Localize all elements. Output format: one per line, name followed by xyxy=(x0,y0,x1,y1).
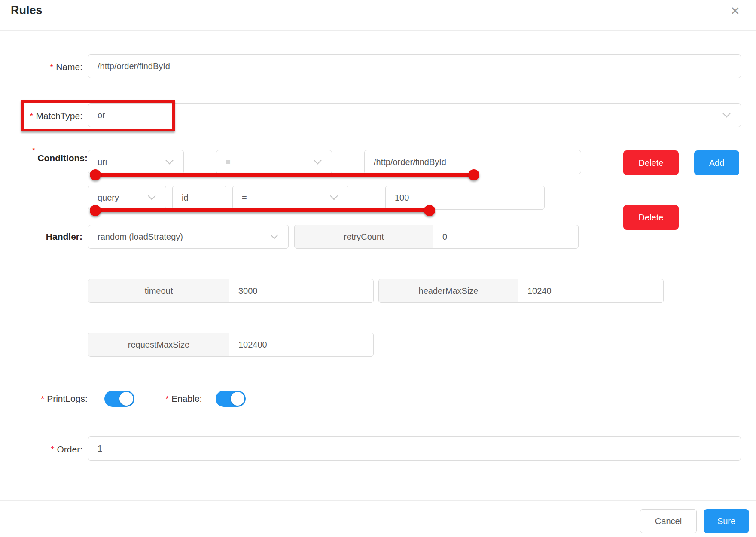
annotation-dot xyxy=(468,169,479,180)
condition2-operator-select[interactable]: = xyxy=(232,186,348,210)
condition2-type-value: query xyxy=(88,193,119,203)
annotation-line-condition1 xyxy=(95,173,474,177)
condition2-key-input[interactable]: id xyxy=(172,186,226,210)
requestmaxsize-tag: requestMaxSize xyxy=(88,333,229,356)
condition2-type-select[interactable]: query xyxy=(88,186,166,210)
enable-toggle[interactable] xyxy=(216,391,246,407)
toggle-knob xyxy=(231,392,244,406)
condition2-value-input[interactable]: 100 xyxy=(385,186,545,210)
conditions-label-text: Conditions: xyxy=(37,153,88,163)
order-input-value: 1 xyxy=(88,444,102,454)
chevron-down-icon xyxy=(165,156,173,164)
condition2-operator-value: = xyxy=(233,193,247,203)
footer-divider xyxy=(0,500,756,501)
condition1-operator-value: = xyxy=(216,157,231,167)
headermaxsize-input[interactable]: 10240 xyxy=(518,279,663,302)
timeout-tag: timeout xyxy=(88,279,229,302)
enable-label: * Enable: xyxy=(165,394,202,404)
annotation-dot xyxy=(90,169,101,180)
condition1-type-value: uri xyxy=(88,157,107,167)
handler-label-text: Handler: xyxy=(46,232,82,242)
handler-label: Handler: xyxy=(0,225,82,249)
order-label-text: Order: xyxy=(57,444,82,455)
enable-label-text: Enable: xyxy=(171,394,202,404)
name-input[interactable]: /http/order/findById xyxy=(88,54,741,78)
condition2-key-value: id xyxy=(173,193,189,203)
conditions-label: * Conditions: xyxy=(0,146,88,170)
timeout-field: timeout 3000 xyxy=(88,279,374,303)
retrycount-field: retryCount 0 xyxy=(294,225,579,249)
printlogs-label: * PrintLogs: xyxy=(41,394,88,404)
condition2-delete-button[interactable]: Delete xyxy=(623,205,679,230)
name-label-text: Name: xyxy=(56,62,82,72)
annotation-dot xyxy=(90,205,101,216)
condition2-value: 100 xyxy=(386,193,409,203)
headermaxsize-field: headerMaxSize 10240 xyxy=(378,279,664,303)
chevron-down-icon xyxy=(330,192,338,200)
printlogs-label-text: PrintLogs: xyxy=(47,394,88,404)
name-label: * Name: xyxy=(0,55,82,79)
retrycount-input[interactable]: 0 xyxy=(433,225,578,248)
required-asterisk: * xyxy=(50,62,53,72)
chevron-down-icon xyxy=(148,192,155,200)
condition1-delete-button[interactable]: Delete xyxy=(623,150,679,175)
handler-strategy-value: random (loadStrategy) xyxy=(88,232,183,242)
header-divider xyxy=(0,30,756,31)
required-asterisk: * xyxy=(51,444,54,455)
handler-strategy-select[interactable]: random (loadStrategy) xyxy=(88,225,289,249)
matchtype-select[interactable]: or xyxy=(88,103,741,127)
required-asterisk: * xyxy=(32,147,35,155)
annotation-dot xyxy=(424,205,435,216)
required-asterisk: * xyxy=(41,394,44,404)
annotation-rect-matchtype xyxy=(21,100,175,131)
printlogs-toggle[interactable] xyxy=(104,391,134,407)
headermaxsize-tag: headerMaxSize xyxy=(379,279,518,302)
chevron-down-icon xyxy=(722,110,730,117)
order-label: * Order: xyxy=(0,437,82,461)
cancel-button[interactable]: Cancel xyxy=(640,509,697,533)
timeout-input[interactable]: 3000 xyxy=(229,279,373,302)
requestmaxsize-field: requestMaxSize 102400 xyxy=(88,333,374,357)
rules-dialog: Rules ✕ * Name: /http/order/findById * M… xyxy=(0,0,756,537)
condition1-type-select[interactable]: uri xyxy=(88,150,184,174)
required-asterisk: * xyxy=(165,394,169,404)
chevron-down-icon xyxy=(270,231,278,239)
close-icon[interactable]: ✕ xyxy=(730,4,740,18)
condition1-operator-select[interactable]: = xyxy=(216,150,332,174)
toggle-knob xyxy=(119,392,133,406)
name-input-value: /http/order/findById xyxy=(88,61,170,71)
chevron-down-icon xyxy=(314,156,321,164)
order-input[interactable]: 1 xyxy=(88,436,741,461)
retrycount-tag: retryCount xyxy=(295,225,433,248)
annotation-line-condition2 xyxy=(95,208,430,212)
condition-add-button[interactable]: Add xyxy=(694,150,739,175)
dialog-title: Rules xyxy=(11,4,43,17)
sure-button[interactable]: Sure xyxy=(704,509,749,533)
condition1-value: /http/order/findById xyxy=(365,157,446,167)
requestmaxsize-input[interactable]: 102400 xyxy=(229,333,373,356)
